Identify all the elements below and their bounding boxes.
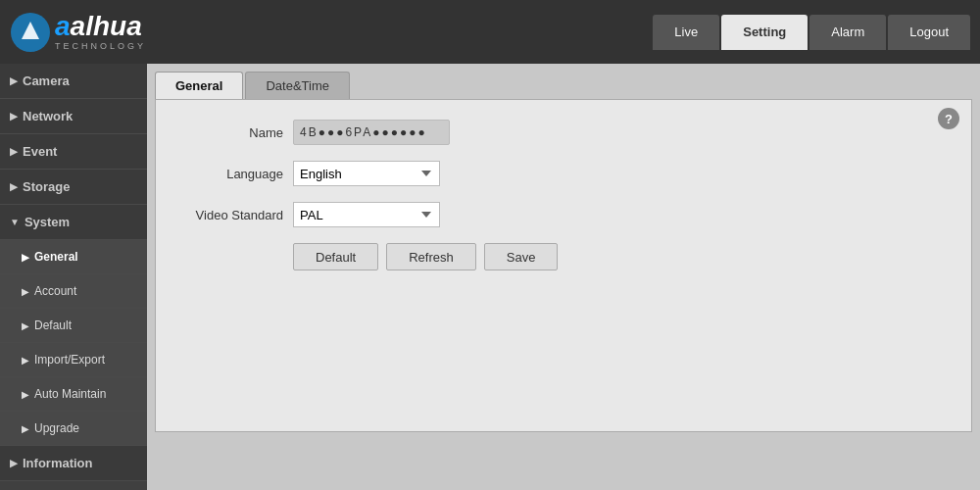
form-row-name: Name [175,120,952,145]
sidebar-label-event: Event [23,144,57,159]
chevron-right-icon-automaintain: ▶ [22,389,29,400]
form-buttons: Default Refresh Save [293,243,952,270]
sidebar-item-import-export[interactable]: ▶ Import/Export [0,343,147,377]
logo-brand: aalhua TECHNOLOGY [10,12,146,53]
tab-panel: ? Name Language English Chinese French S… [155,99,972,432]
default-button[interactable]: Default [293,243,378,270]
sidebar-item-general[interactable]: ▶ General [0,240,147,274]
name-input[interactable] [293,120,450,145]
language-label: Language [175,167,283,181]
logo-wrapper: aalhua TECHNOLOGY [10,12,146,53]
form-row-video-standard: Video Standard PAL NTSC [175,202,952,227]
form-row-language: Language English Chinese French Spanish [175,161,952,186]
chevron-right-icon-storage: ▶ [10,181,18,192]
chevron-right-icon-upgrade: ▶ [22,423,29,434]
nav-tab-setting[interactable]: Setting [721,15,808,50]
sidebar-item-storage[interactable]: ▶ Storage [0,170,147,205]
help-icon[interactable]: ? [938,108,959,129]
save-button[interactable]: Save [484,243,559,270]
chevron-down-icon-system: ▼ [10,217,20,227]
sidebar-item-upgrade[interactable]: ▶ Upgrade [0,412,147,446]
sidebar-item-auto-maintain[interactable]: ▶ Auto Maintain [0,377,147,412]
tab-general[interactable]: General [155,72,243,99]
sidebar-label-network: Network [23,109,73,123]
content-area: General Date&Time ? Name Language Englis… [147,64,980,490]
sidebar-label-general: General [34,250,78,264]
sidebar-label-system: System [24,215,70,229]
language-select[interactable]: English Chinese French Spanish [293,161,440,186]
nav-tab-live[interactable]: Live [653,15,719,50]
chevron-right-icon-importexport: ▶ [22,355,29,366]
content-tabs-bar: General Date&Time [147,64,980,99]
header: aalhua TECHNOLOGY Live Setting Alarm Log… [0,0,980,64]
nav-tabs: Live Setting Alarm Logout [653,15,970,50]
sidebar-label-camera: Camera [23,74,70,88]
logo-icon [10,12,51,53]
sidebar-item-camera[interactable]: ▶ Camera [0,64,147,99]
sidebar-label-account: Account [34,284,76,298]
name-label: Name [175,125,283,140]
sidebar-label-default: Default [34,318,72,332]
chevron-right-icon-information: ▶ [10,458,18,468]
logo-brand-text: aalhua [55,13,146,40]
sidebar-label-automaintain: Auto Maintain [34,387,106,401]
chevron-right-icon: ▶ [10,75,18,86]
sidebar-item-information[interactable]: ▶ Information [0,446,147,481]
chevron-right-icon-network: ▶ [10,111,18,122]
sidebar-label-upgrade: Upgrade [34,421,79,435]
chevron-right-icon-account: ▶ [22,286,29,297]
chevron-right-icon-event: ▶ [10,146,18,157]
sidebar-item-account[interactable]: ▶ Account [0,274,147,309]
sidebar-item-system[interactable]: ▼ System [0,205,147,240]
logo-subtitle: TECHNOLOGY [55,41,146,51]
sidebar: ▶ Camera ▶ Network ▶ Event ▶ Storage ▼ S… [0,64,147,490]
sidebar-item-event[interactable]: ▶ Event [0,134,147,170]
sidebar-label-importexport: Import/Export [34,353,105,367]
video-standard-select[interactable]: PAL NTSC [293,202,440,227]
nav-tab-logout[interactable]: Logout [888,15,970,50]
sidebar-label-information: Information [23,456,93,470]
sidebar-label-storage: Storage [23,179,70,194]
logo-area: aalhua TECHNOLOGY [0,12,146,53]
main: ▶ Camera ▶ Network ▶ Event ▶ Storage ▼ S… [0,64,980,490]
video-standard-label: Video Standard [175,208,283,222]
logo-text-group: aalhua TECHNOLOGY [55,13,146,51]
chevron-right-icon-default: ▶ [22,320,29,331]
sidebar-item-network[interactable]: ▶ Network [0,99,147,134]
refresh-button[interactable]: Refresh [386,243,476,270]
nav-tab-alarm[interactable]: Alarm [809,15,886,50]
tab-datetime[interactable]: Date&Time [245,72,350,99]
sidebar-item-default[interactable]: ▶ Default [0,309,147,343]
chevron-right-icon-general: ▶ [22,252,29,263]
